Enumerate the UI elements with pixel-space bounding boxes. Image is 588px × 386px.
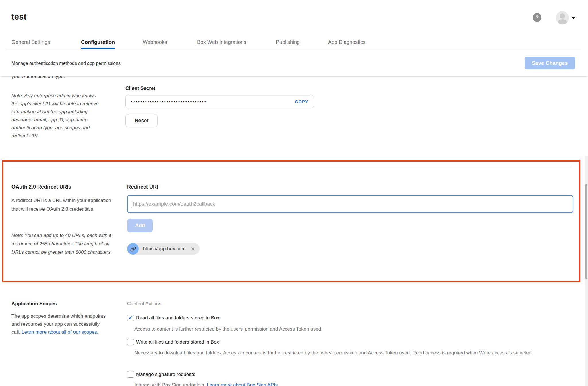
reset-button[interactable]: Reset [125, 114, 158, 127]
chip-url: https://app.box.com [143, 246, 185, 252]
tab-configuration[interactable]: Configuration [81, 38, 115, 49]
page-title: test [11, 12, 26, 22]
checkbox-read-files[interactable]: ✔ [127, 315, 134, 321]
copy-button[interactable]: COPY [295, 99, 308, 104]
avatar-body-shape [558, 19, 567, 24]
signature-description-text: Interact with Box Sign endpoints. [134, 382, 207, 386]
chevron-down-icon[interactable] [572, 17, 576, 19]
checkbox-manage-signature[interactable]: ✔ [127, 371, 134, 378]
masked-secret-value: •••••••••••••••••••••••••••••••• [131, 99, 207, 104]
tab-general-settings[interactable]: General Settings [11, 38, 50, 49]
client-secret-note: Note: Any enterprise admin who knows the… [11, 92, 103, 140]
checkbox-write-files-label[interactable]: Write all files and folders stored in Bo… [136, 339, 219, 345]
box-dev-console-configuration-page: test ? General Settings Configuration We… [0, 0, 588, 386]
application-scopes-description: The app scopes determine which endpoints… [11, 312, 108, 336]
oauth-description: A redirect URI is a URL within your appl… [11, 196, 115, 214]
oauth-section-title: OAuth 2.0 Redirect URIs [11, 184, 71, 190]
tab-webhooks[interactable]: Webhooks [143, 38, 167, 49]
tab-app-diagnostics[interactable]: App Diagnostics [328, 38, 365, 49]
add-button[interactable]: Add [127, 219, 153, 232]
redirect-uri-input[interactable] [127, 195, 573, 213]
oauth-redirect-section: OAuth 2.0 Redirect URIs A redirect URI i… [2, 160, 580, 282]
help-icon-glyph: ? [536, 15, 539, 20]
checkbox-manage-signature-description: Interact with Box Sign endpoints. Learn … [134, 381, 536, 386]
section-divider [11, 167, 571, 167]
avatar-head-shape [560, 13, 565, 19]
tab-box-web-integrations[interactable]: Box Web Integrations [197, 38, 246, 49]
oauth-note: Note: You can add up to 40 URLs, each wi… [11, 231, 121, 256]
checkbox-write-files-description: Necessary to download files and folders.… [134, 349, 573, 357]
text-cursor [131, 200, 131, 208]
tab-publishing[interactable]: Publishing [276, 38, 300, 49]
client-secret-field[interactable]: •••••••••••••••••••••••••••••••• COPY [125, 95, 314, 108]
checkbox-write-files[interactable]: ✔ [127, 339, 134, 345]
redirect-uri-chip: https://app.box.com ✕ [127, 243, 200, 255]
client-secret-label: Client Secret [125, 86, 155, 91]
redirect-uri-label: Redirect URI [127, 184, 158, 190]
remove-chip-icon[interactable]: ✕ [190, 246, 195, 252]
scrollbar-thumb[interactable] [585, 184, 587, 279]
avatar[interactable] [556, 11, 569, 24]
link-icon [127, 243, 139, 255]
save-changes-button[interactable]: Save Changes [525, 57, 575, 69]
checkbox-manage-signature-label[interactable]: Manage signature requests [136, 372, 195, 377]
scopes-learn-more-link[interactable]: Learn more about all of our scopes. [22, 329, 98, 335]
application-scopes-title: Application Scopes [11, 301, 57, 307]
check-icon: ✔ [128, 315, 132, 320]
content-actions-label: Content Actions [127, 301, 161, 307]
page-subtitle: Manage authentication methods and app pe… [11, 61, 121, 66]
box-sign-apis-link[interactable]: Learn more about Box Sign APIs. [207, 382, 279, 386]
checkbox-read-files-label[interactable]: Read all files and folders stored in Box [136, 315, 219, 321]
checkbox-read-files-description: Access to content is further restricted … [134, 325, 536, 333]
help-icon[interactable]: ? [533, 13, 541, 22]
toolbar: Manage authentication methods and app pe… [0, 49, 588, 76]
